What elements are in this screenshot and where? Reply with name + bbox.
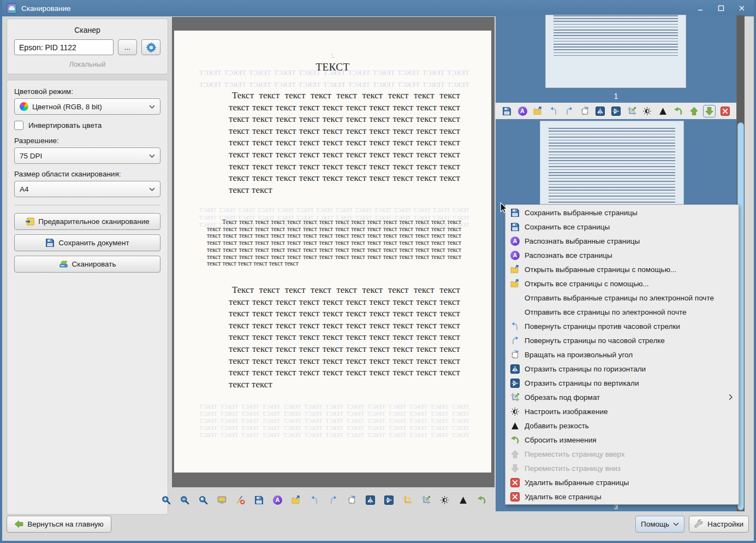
rotate-free-button[interactable] <box>346 494 358 506</box>
scanned-page-preview[interactable]: 2 текст текст текст текст текст текст те… <box>174 31 491 473</box>
page-thumbnail-1[interactable]: 1 <box>496 15 736 103</box>
sharpen-button[interactable] <box>657 105 669 117</box>
save-document-button[interactable]: Сохранить документ <box>14 234 160 251</box>
adjust-image-button[interactable] <box>438 494 451 506</box>
flip-horizontal-icon <box>366 495 375 505</box>
save-button[interactable] <box>501 105 513 117</box>
menu-item-reset-changes[interactable]: Сбросить изменения <box>505 433 739 447</box>
menu-item-ocr-all[interactable]: AРаспознать все страницы <box>505 248 739 262</box>
page-paragraph: Текст текст текст текст текст текст текс… <box>229 284 460 390</box>
menu-item-open-all-with[interactable]: Открыть все страницы с помощью... <box>505 276 739 291</box>
fit-screen-button[interactable] <box>216 494 228 506</box>
save-icon <box>45 238 55 247</box>
clean-button[interactable] <box>234 494 247 506</box>
zoom-original-button[interactable] <box>197 494 210 506</box>
scan-label: Сканировать <box>72 260 116 268</box>
help-button[interactable]: Помощь <box>635 516 684 533</box>
rotate-cw-button[interactable] <box>563 105 575 117</box>
flip-vertical-button[interactable] <box>383 494 395 506</box>
color-mode-select[interactable]: Цветной (RGB, 8 bit) <box>14 98 160 115</box>
scan-area-select[interactable]: A4 <box>14 181 160 197</box>
menu-item-email-selected[interactable]: Отправить выбранные страницы по электрон… <box>505 291 739 305</box>
menu-item-sharpen[interactable]: Добавить резкость <box>505 418 739 433</box>
move-down-button[interactable] <box>703 105 716 117</box>
adjust-image-icon <box>440 495 449 505</box>
invert-colors-checkbox[interactable]: Инвертировать цвета <box>14 121 160 130</box>
scan-button[interactable]: Сканировать <box>14 256 160 273</box>
menu-item-label: Отправить выбранные страницы по электрон… <box>525 294 733 302</box>
scanner-settings-button[interactable] <box>141 39 160 55</box>
back-to-main-button[interactable]: Вернуться на главную <box>7 516 111 533</box>
menu-item-flip-horizontal[interactable]: Отразить страницы по горизонтали <box>505 362 739 376</box>
menu-item-label: Отразить страницы по горизонтали <box>525 365 733 373</box>
flip-horizontal-button[interactable] <box>594 105 606 117</box>
menu-item-ocr-selected[interactable]: AРаспознать выбранные страницы <box>505 234 739 248</box>
rotate-cw-icon <box>329 495 338 505</box>
crop-button[interactable] <box>401 494 414 506</box>
rotate-cw-button[interactable] <box>327 494 340 506</box>
preview-scan-label: Предварительное сканирование <box>38 217 150 226</box>
ocr-button[interactable]: A <box>516 105 529 117</box>
ocr-button[interactable]: A <box>271 494 284 506</box>
rotate-free-button[interactable] <box>579 105 591 117</box>
zoom-in-button[interactable] <box>160 494 172 506</box>
window-controls <box>697 5 749 11</box>
maximize-button[interactable] <box>718 5 724 11</box>
delete-icon <box>510 478 520 487</box>
ocr-icon: A <box>273 495 282 505</box>
resolution-select[interactable]: 75 DPI <box>14 147 160 164</box>
move-down-icon <box>705 107 714 116</box>
checkbox-icon <box>14 121 23 130</box>
menu-item-delete-all[interactable]: Удалить все страницы <box>505 489 739 504</box>
menu-item-save-all[interactable]: Сохранить все страницы <box>505 220 739 234</box>
minimize-button[interactable] <box>697 5 704 11</box>
menu-item-rotate-cw[interactable]: Повернуть страницы по часовой стрелке <box>505 333 739 347</box>
menu-item-label: Отправить все страницы по электронной по… <box>525 308 733 316</box>
preview-toolbar: A <box>172 491 495 509</box>
menu-item-flip-vertical[interactable]: Отразить страницы по вертикали <box>505 376 739 390</box>
rotate-ccw-button[interactable] <box>547 105 560 117</box>
menu-item-rotate-ccw[interactable]: Повернуть страницы против часовой стрелк… <box>505 319 739 333</box>
undo-icon <box>510 435 520 445</box>
close-button[interactable] <box>739 5 745 11</box>
menu-item-label: Обрезать под формат <box>525 393 724 402</box>
menu-item-open-selected-with[interactable]: Открыть выбранные страницы с помощью... <box>505 262 739 276</box>
menu-item-email-all[interactable]: Отправить все страницы по электронной по… <box>505 305 739 319</box>
zoom-out-button[interactable] <box>178 494 191 506</box>
open-with-icon <box>291 495 301 505</box>
open-with-button[interactable] <box>290 494 302 506</box>
browse-scanners-button[interactable]: ... <box>118 39 137 55</box>
delete-button[interactable] <box>719 105 731 117</box>
crop-format-button[interactable] <box>626 105 638 117</box>
crop-icon <box>403 495 412 505</box>
scanner-device-input[interactable] <box>14 39 114 55</box>
scanner-group: Сканер ... Локальный <box>7 19 168 74</box>
crop-format-button[interactable] <box>420 494 432 506</box>
flip-horizontal-icon <box>510 364 520 374</box>
app-icon <box>7 3 17 14</box>
preview-scan-button[interactable]: Предварительное сканирование <box>14 213 160 230</box>
flip-horizontal-button[interactable] <box>364 494 377 506</box>
menu-item-crop-to-format[interactable]: Обрезать под формат <box>505 390 739 404</box>
flip-horizontal-icon <box>596 107 605 116</box>
sharpen-icon <box>658 107 668 116</box>
save-button[interactable] <box>253 494 265 506</box>
open-with-button[interactable] <box>532 105 544 117</box>
flip-vertical-button[interactable] <box>610 105 622 117</box>
menu-item-adjust-image[interactable]: Настроить изображение <box>505 404 739 418</box>
sharpen-button[interactable] <box>457 494 469 506</box>
menu-item-rotate-free[interactable]: Вращать на произвольный угол <box>505 347 739 362</box>
rotate-ccw-button[interactable] <box>308 494 321 506</box>
menu-item-delete-selected[interactable]: Удалить выбранные страницы <box>505 475 739 489</box>
settings-button[interactable]: Настройки <box>689 516 749 533</box>
menu-item-label: Добавить резкость <box>525 422 733 430</box>
menu-item-save-selected[interactable]: Сохранить выбранные страницы <box>505 205 739 220</box>
page-1-label: 1 <box>496 92 736 101</box>
gear-icon <box>146 42 157 53</box>
undo-button[interactable] <box>672 105 684 117</box>
move-up-button[interactable] <box>688 105 700 117</box>
adjust-image-button[interactable] <box>641 105 653 117</box>
undo-button[interactable] <box>475 494 488 506</box>
clean-icon <box>236 495 245 505</box>
delete-icon <box>721 107 730 116</box>
